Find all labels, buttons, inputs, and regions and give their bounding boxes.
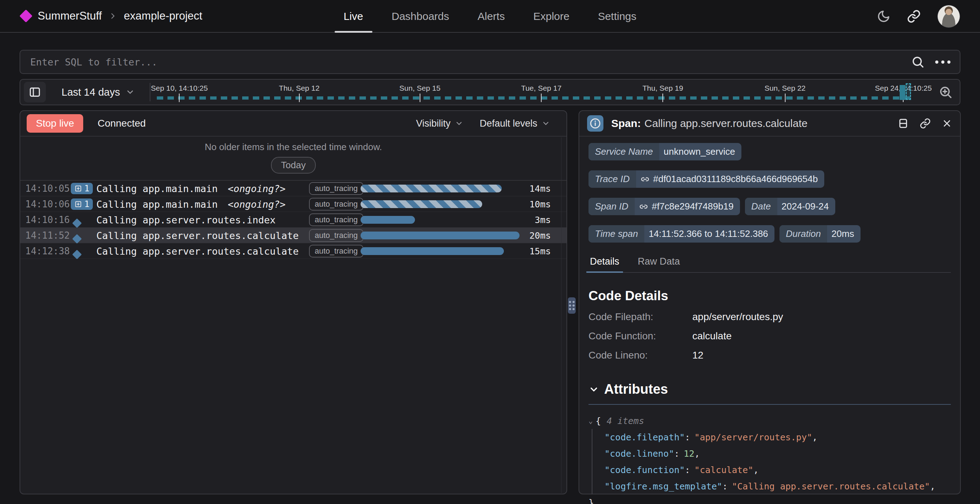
copy-link-icon[interactable] bbox=[920, 118, 931, 129]
duration-bar-track bbox=[361, 231, 531, 239]
detail-tabs: Details Raw Data bbox=[589, 252, 951, 273]
stop-live-button[interactable]: Stop live bbox=[27, 114, 83, 133]
collapse-chevron-icon[interactable]: ⌄ bbox=[589, 416, 593, 425]
attributes-section-toggle[interactable]: Attributes bbox=[589, 382, 951, 397]
org-name[interactable]: SummerStuff bbox=[38, 10, 102, 22]
nav-tab-alerts[interactable]: Alerts bbox=[477, 0, 505, 33]
nav-tab-live[interactable]: Live bbox=[344, 0, 363, 33]
span-message: Calling app.main.main<ongoing?> bbox=[96, 183, 286, 194]
json-root-line: ⌄ { 4 items bbox=[589, 413, 951, 429]
tag-pill[interactable]: auto_tracing bbox=[309, 198, 363, 211]
duration-bar-track bbox=[361, 247, 531, 255]
dark-mode-moon-icon[interactable] bbox=[877, 10, 890, 23]
span-duration: 3ms bbox=[535, 214, 551, 225]
json-entry: code.filepath: app/server/routes.py bbox=[605, 429, 951, 445]
timeline-tick: Thu, Sep 12 bbox=[279, 84, 319, 102]
tab-details[interactable]: Details bbox=[589, 252, 621, 272]
span-message: Calling app.server.routes.calculate bbox=[96, 230, 299, 241]
json-entry: code.function: calculate bbox=[605, 462, 951, 478]
duration-bar bbox=[361, 231, 520, 239]
share-link-icon[interactable] bbox=[907, 9, 921, 24]
nav-tab-dashboards[interactable]: Dashboards bbox=[391, 0, 449, 33]
span-message: Calling app.server.routes.calculate bbox=[96, 246, 299, 257]
span-detail-header: Span:Calling app.server.routes.calculate bbox=[579, 111, 960, 137]
search-icon[interactable] bbox=[911, 55, 924, 69]
timeline-tick: Thu, Sep 19 bbox=[643, 84, 683, 102]
duration-bar-track bbox=[361, 216, 531, 224]
split-panel-icon[interactable] bbox=[897, 118, 909, 129]
close-icon[interactable] bbox=[942, 118, 952, 129]
nav-actions bbox=[877, 0, 960, 33]
time-span-badge[interactable]: Time span 14:11:52.366 to 14:11:52.386 bbox=[589, 225, 775, 242]
link-icon bbox=[639, 202, 648, 211]
chevron-down-icon bbox=[589, 384, 599, 395]
sql-filter-input[interactable] bbox=[20, 57, 911, 68]
json-entry: logfire.msg_template: Calling app.server… bbox=[605, 478, 951, 494]
span-message: Calling app.server.routes.index bbox=[96, 214, 275, 225]
span-message: Calling app.main.main<ongoing?> bbox=[96, 198, 286, 209]
more-options-icon[interactable] bbox=[935, 61, 950, 64]
span-detail-panel: Span:Calling app.server.routes.calculate… bbox=[579, 110, 961, 494]
time-range-select[interactable]: Last 14 days bbox=[62, 86, 135, 98]
scrollbar-track[interactable] bbox=[561, 137, 562, 493]
tag-pill[interactable]: auto_tracing bbox=[309, 182, 363, 195]
span-row[interactable]: 14:10:06 1 Calling app.main.main<ongoing… bbox=[20, 196, 566, 212]
timeline-selection-cursor[interactable] bbox=[906, 83, 911, 100]
span-list: 14:10:05 1 Calling app.main.main<ongoing… bbox=[20, 181, 566, 259]
visibility-dropdown[interactable]: Visibility bbox=[416, 118, 463, 129]
zoom-in-icon[interactable] bbox=[939, 85, 953, 99]
span-diamond-icon bbox=[72, 250, 82, 259]
breadcrumb: SummerStuff example-project bbox=[0, 10, 202, 22]
project-name[interactable]: example-project bbox=[124, 10, 202, 22]
chevron-down-icon bbox=[542, 119, 550, 128]
span-duration: 10ms bbox=[530, 199, 551, 209]
nav-tab-settings[interactable]: Settings bbox=[598, 0, 636, 33]
code-details-heading: Code Details bbox=[589, 289, 951, 303]
plus-box-icon bbox=[74, 200, 82, 208]
json-entries: code.filepath: app/server/routes.py code… bbox=[592, 429, 951, 494]
tag-pill[interactable]: auto_tracing bbox=[309, 245, 363, 257]
divider bbox=[589, 404, 951, 405]
connection-status: Connected bbox=[97, 118, 145, 129]
timeline-histogram-spike bbox=[900, 85, 905, 100]
duration-badge[interactable]: Duration 20ms bbox=[780, 225, 861, 242]
today-button[interactable]: Today bbox=[271, 157, 315, 174]
time-range-bar: Last 14 days Sep 10, 14:10:25 Thu, Sep 1… bbox=[19, 79, 961, 105]
panel-resize-handle[interactable] bbox=[568, 297, 576, 314]
info-icon bbox=[587, 115, 603, 132]
span-detail-title: Span:Calling app.server.routes.calculate bbox=[611, 117, 897, 129]
logfire-logo-icon bbox=[19, 10, 33, 23]
trace-id-badge[interactable]: Trace ID #df01acad0311189c8b66a466d96965… bbox=[589, 171, 824, 188]
span-row-selected[interactable]: 14:11:52 Calling app.server.routes.calcu… bbox=[20, 228, 566, 243]
nav-tab-explore[interactable]: Explore bbox=[533, 0, 570, 33]
span-time: 14:10:06 bbox=[25, 199, 70, 209]
date-badge[interactable]: Date 2024-09-24 bbox=[745, 198, 835, 215]
timeline-tick: Tue, Sep 17 bbox=[521, 84, 562, 102]
timeline-tick: Sep 10, 14:10:25 bbox=[151, 84, 208, 102]
service-name-badge[interactable]: Service Name unknown_service bbox=[589, 143, 741, 160]
link-icon bbox=[640, 175, 650, 184]
sql-filter-bar bbox=[19, 50, 961, 74]
duration-bar-track bbox=[361, 200, 531, 208]
expand-children-badge[interactable]: 1 bbox=[71, 198, 93, 210]
span-diamond-icon bbox=[72, 219, 82, 228]
timeline-track[interactable]: Sep 10, 14:10:25 Thu, Sep 12 Sun, Sep 15… bbox=[153, 80, 936, 105]
user-avatar[interactable] bbox=[937, 5, 960, 28]
span-id-badge[interactable]: Span ID #f7c8e294f7489b19 bbox=[589, 198, 740, 215]
tag-pill[interactable]: auto_tracing bbox=[309, 214, 363, 226]
expand-children-badge[interactable]: 1 bbox=[71, 183, 93, 194]
span-row[interactable]: 14:10:16 Calling app.server.routes.index… bbox=[20, 212, 566, 228]
breadcrumb-chevron-icon bbox=[109, 12, 117, 20]
span-row[interactable]: 14:12:38 Calling app.server.routes.calcu… bbox=[20, 243, 566, 259]
sidebar-toggle-icon[interactable] bbox=[24, 82, 46, 102]
empty-window-notice: No older items in the selected time wind… bbox=[20, 137, 566, 181]
code-lineno-row: Code Lineno: 12 bbox=[589, 349, 951, 361]
tag-pill[interactable]: auto_tracing bbox=[309, 229, 363, 242]
empty-message: No older items in the selected time wind… bbox=[20, 142, 566, 153]
top-nav: SummerStuff example-project Live Dashboa… bbox=[0, 0, 980, 33]
default-levels-dropdown[interactable]: Default levels bbox=[480, 118, 550, 129]
chevron-down-icon bbox=[455, 119, 463, 128]
tab-raw-data[interactable]: Raw Data bbox=[636, 252, 682, 272]
plus-box-icon bbox=[74, 185, 82, 192]
span-row[interactable]: 14:10:05 1 Calling app.main.main<ongoing… bbox=[20, 181, 566, 196]
